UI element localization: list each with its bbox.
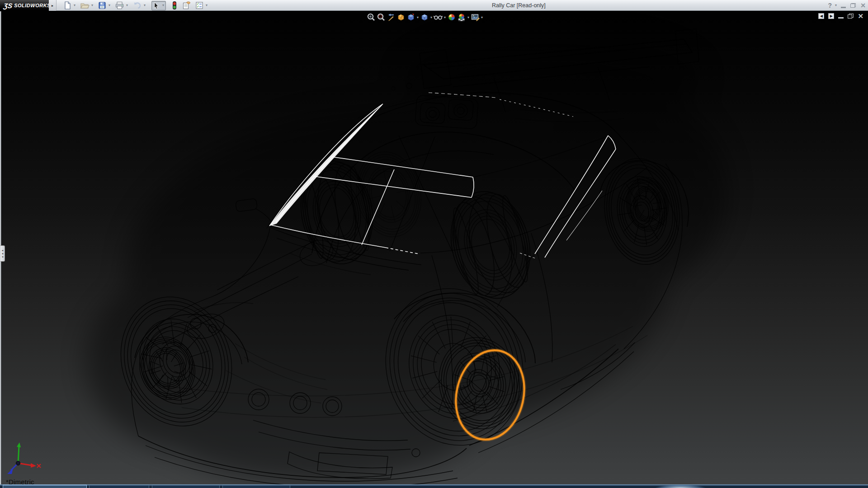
collapse-arrow-icon: ◂ — [2, 255, 3, 258]
rebuild-traffic-light-icon — [171, 1, 178, 10]
document-restore-button[interactable] — [848, 14, 854, 19]
menu-expand-button[interactable]: ▸ — [49, 0, 57, 11]
graphics-viewport[interactable]: ◂ ◂ ◂ — [0, 11, 868, 488]
app-minimize-button[interactable] — [838, 0, 848, 11]
select-cursor-icon — [152, 1, 160, 10]
model-scene — [0, 11, 868, 488]
menu-expand-icon: ▸ — [52, 4, 53, 8]
rebuild-button[interactable] — [170, 0, 179, 10]
save-icon — [98, 1, 107, 10]
taskbar-button[interactable] — [3, 485, 87, 488]
apply-scene-button[interactable] — [457, 12, 467, 22]
new-document-dropdown[interactable]: ▾ — [72, 0, 77, 10]
save-dropdown[interactable]: ▾ — [107, 0, 112, 10]
file-properties-icon — [182, 1, 191, 10]
solidworks-logo-mark: ƷS — [3, 2, 13, 9]
new-document-button[interactable] — [62, 0, 72, 10]
pane-collapse-tab[interactable]: ◂ ◂ ◂ — [0, 245, 5, 262]
print-dropdown[interactable]: ▾ — [125, 0, 129, 10]
close-icon: ✕ — [860, 2, 866, 9]
zoom-to-fit-icon — [367, 13, 376, 22]
display-style-button[interactable] — [420, 12, 429, 22]
triad-x-axis — [31, 463, 36, 468]
select-tool-button[interactable] — [152, 0, 161, 10]
undo-icon — [132, 1, 142, 10]
solidworks-logo-text: SOLIDWORKS — [14, 3, 51, 8]
view-orientation-icon — [406, 13, 415, 22]
options-dropdown[interactable]: ▾ — [204, 0, 209, 10]
taskbar-button[interactable] — [152, 485, 220, 488]
help-button[interactable]: ? — [826, 2, 834, 9]
file-properties-button[interactable] — [181, 0, 192, 10]
print-icon — [115, 1, 124, 10]
svg-text:✓: ✓ — [197, 5, 199, 8]
triad-y-axis — [17, 442, 21, 447]
restore-icon — [850, 3, 856, 8]
standard-toolbar: ▾ ▾ ▾ — [62, 0, 209, 11]
undo-dropdown[interactable]: ▾ — [142, 0, 147, 10]
triangle-right-icon: ▶ — [830, 14, 833, 18]
display-style-icon — [420, 13, 429, 22]
collapse-arrow-icon: ◂ — [2, 252, 3, 255]
hide-show-items-glasses-icon — [433, 13, 443, 22]
previous-view-button[interactable] — [386, 12, 396, 22]
previous-view-icon — [387, 13, 396, 22]
hide-show-items-dropdown[interactable]: ▾ — [443, 15, 447, 19]
document-close-button[interactable]: ✕ — [858, 13, 863, 19]
reference-triad — [1, 441, 44, 479]
display-style-dropdown[interactable]: ▾ — [429, 15, 433, 19]
collapse-pane-left-button[interactable]: ◀ — [818, 13, 824, 19]
select-tool-group: ▾ — [151, 1, 166, 10]
open-icon — [80, 1, 90, 10]
taskbar-button[interactable] — [222, 485, 290, 488]
app-close-button[interactable]: ✕ — [858, 0, 868, 11]
zoom-to-area-icon — [377, 13, 386, 22]
collapse-pane-right-button[interactable]: ▶ — [828, 13, 834, 19]
apply-scene-dropdown[interactable]: ▾ — [467, 15, 470, 19]
undo-button[interactable] — [132, 0, 142, 10]
taskbar-glow — [646, 484, 714, 488]
solidworks-logo: ƷS SOLIDWORKS — [0, 0, 49, 11]
apply-scene-icon — [457, 13, 466, 22]
select-tool-dropdown[interactable]: ▾ — [161, 0, 165, 10]
save-button[interactable] — [97, 0, 107, 10]
document-window-controls: ◀ ▶ ✕ — [818, 13, 863, 19]
zoom-to-area-button[interactable] — [376, 12, 386, 22]
taskbar-button[interactable] — [89, 485, 149, 488]
view-settings-button[interactable] — [470, 12, 480, 22]
minimize-icon — [841, 7, 846, 8]
open-button[interactable] — [80, 0, 90, 10]
help-dropdown[interactable]: ▾ — [834, 0, 838, 10]
triangle-left-icon: ◀ — [820, 14, 823, 18]
print-button[interactable] — [114, 0, 125, 10]
edit-appearance-button[interactable] — [447, 12, 457, 22]
section-view-button[interactable] — [396, 12, 406, 22]
new-document-icon — [63, 1, 72, 10]
view-orientation-button[interactable] — [406, 12, 416, 22]
options-icon: ✓ ✓ — [195, 1, 204, 10]
view-orientation-dropdown[interactable]: ▾ — [416, 15, 420, 19]
heads-up-view-toolbar: ▾ ▾ ▾ — [366, 12, 484, 22]
zoom-to-fit-button[interactable] — [366, 12, 376, 22]
view-settings-icon — [471, 13, 480, 22]
collapse-arrow-icon: ◂ — [2, 249, 3, 252]
open-dropdown[interactable]: ▾ — [90, 0, 94, 10]
titlebar: ƷS SOLIDWORKS ▸ ▾ ▾ — [0, 0, 868, 11]
window-title: Rally Car [Read-only] — [492, 0, 546, 11]
hide-show-items-button[interactable] — [433, 12, 443, 22]
solidworks-window: ƷS SOLIDWORKS ▸ ▾ ▾ — [0, 0, 868, 488]
titlebar-right-controls: ? ▾ ✕ — [826, 0, 868, 11]
document-minimize-button[interactable] — [838, 17, 844, 19]
options-button[interactable]: ✓ ✓ — [194, 0, 204, 10]
section-view-icon — [396, 13, 406, 22]
edit-appearance-icon — [447, 13, 456, 22]
view-settings-dropdown[interactable]: ▾ — [480, 15, 484, 19]
windows-taskbar-edge — [0, 484, 868, 488]
app-restore-button[interactable] — [848, 0, 858, 11]
